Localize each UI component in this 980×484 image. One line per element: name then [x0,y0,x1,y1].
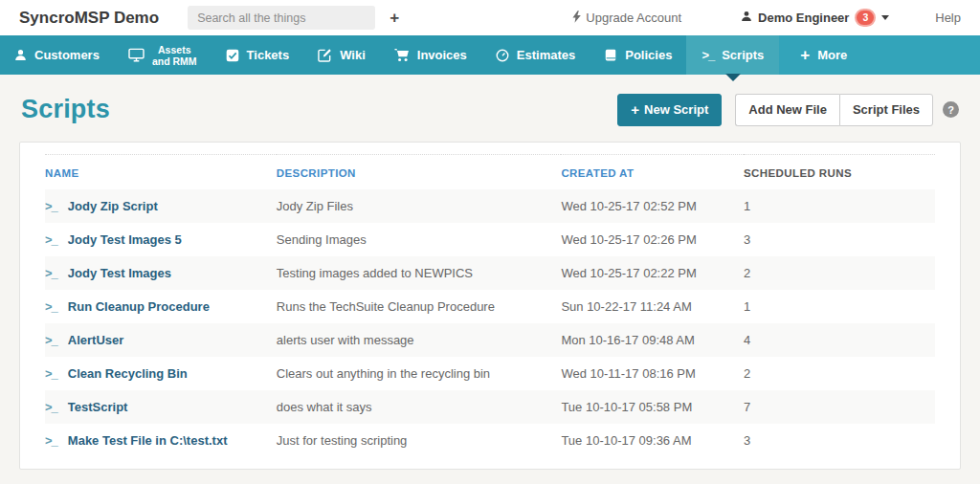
script-name-link[interactable]: TestScript [68,400,128,414]
nav-item-estimates[interactable]: Estimates [481,35,590,75]
script-name-link[interactable]: Run Cleanup Procedure [68,299,210,314]
table-header-row: NAME DESCRIPTION CREATED AT SCHEDULED RU… [45,154,935,189]
upgrade-account-link[interactable]: Upgrade Account [572,11,681,26]
script-name-link[interactable]: Jody Test Images [68,266,171,280]
script-created-at: Wed 10-25-17 02:52 PM [561,189,744,223]
script-table-body: >_ Jody Zip Script Jody Zip Files Wed 10… [45,189,935,457]
quick-add-button[interactable]: + [390,10,399,26]
table-row: >_ Run Cleanup Procedure Runs the TechSu… [45,290,935,323]
nav-item-assets-rmm[interactable]: Assets and RMM [114,35,212,75]
script-scheduled-runs: 3 [744,424,935,457]
user-menu[interactable]: Demo Engineer 3 [741,9,889,27]
user-icon [741,11,752,25]
terminal-icon: >_ [45,232,57,247]
column-header-name[interactable]: NAME [45,154,277,189]
upgrade-account-label: Upgrade Account [586,11,681,25]
help-icon[interactable]: ? [943,101,959,118]
nav-label: Wiki [340,48,366,62]
nav-label: Assets and RMM [152,44,197,67]
terminal-icon: >_ [45,266,57,280]
heading-actions: + New Script Add New File Script Files ? [617,94,959,126]
script-scheduled-runs: 2 [744,357,935,390]
nav-item-wiki[interactable]: Wiki [303,35,380,75]
script-name-link[interactable]: AlertUser [68,333,124,347]
nav-item-customers[interactable]: Customers [0,35,114,75]
script-created-at: Tue 10-10-17 09:36 AM [561,424,744,457]
script-name-link[interactable]: Clean Recycling Bin [68,366,188,381]
terminal-icon: >_ [45,433,57,448]
person-icon [14,49,27,61]
table-row: >_ Make Test File in C:\test.txt Just fo… [45,424,935,457]
main-nav: Customers Assets and RMM Tickets Wiki In… [0,35,980,75]
script-created-at: Wed 10-11-17 08:16 PM [561,357,744,390]
checkbox-icon [226,49,239,62]
nav-label: Scripts [722,48,764,62]
new-script-button[interactable]: + New Script [617,94,722,126]
script-scheduled-runs: 2 [744,256,935,290]
file-button-group: Add New File Script Files [735,94,933,126]
script-description: Clears out anything in the recycling bin [277,357,562,390]
nav-label: Customers [34,48,100,62]
terminal-icon: >_ [45,299,57,314]
nav-more-section: + More [779,35,980,75]
table-row: >_ AlertUser alerts user with message Mo… [45,323,935,357]
script-description: Sending Images [277,223,562,256]
active-tab-pointer [725,74,741,81]
topbar: SyncroMSP Demo + Upgrade Account Demo En… [0,0,980,35]
cart-icon [394,48,410,62]
page-heading: Scripts + New Script Add New File Script… [0,75,980,142]
nav-item-invoices[interactable]: Invoices [380,35,481,75]
script-created-at: Wed 10-25-17 02:22 PM [561,256,744,290]
script-created-at: Mon 10-16-17 09:48 AM [561,323,744,357]
nav-item-scripts[interactable]: >_ Scripts [686,35,779,75]
script-name-link[interactable]: Jody Test Images 5 [68,232,182,247]
plus-icon: + [631,102,639,117]
scripts-card: NAME DESCRIPTION CREATED AT SCHEDULED RU… [19,142,961,470]
user-name-label: Demo Engineer [758,11,849,25]
nav-label: Policies [625,48,672,62]
script-description: Runs the TechSuite Cleanup Procedure [277,290,562,323]
terminal-icon: >_ [45,199,57,213]
script-name-link[interactable]: Jody Zip Script [68,199,158,213]
column-header-created-at[interactable]: CREATED AT [561,154,744,189]
script-created-at: Sun 10-22-17 11:24 AM [561,290,744,323]
table-row: >_ Jody Zip Script Jody Zip Files Wed 10… [45,189,935,223]
search-input[interactable] [188,6,375,30]
script-scheduled-runs: 4 [744,323,935,357]
plus-icon: + [800,47,810,63]
nav-item-policies[interactable]: Policies [590,35,686,75]
chevron-down-icon [881,15,889,20]
column-header-description[interactable]: DESCRIPTION [277,154,562,189]
script-created-at: Wed 10-25-17 02:26 PM [561,223,744,256]
help-link[interactable]: Help [935,11,961,25]
script-scheduled-runs: 1 [744,290,935,323]
nav-item-tickets[interactable]: Tickets [212,35,304,75]
add-new-file-button[interactable]: Add New File [735,94,839,126]
script-scheduled-runs: 7 [744,390,935,424]
table-row: >_ Jody Test Images 5 Sending Images Wed… [45,223,935,256]
script-description: Testing images added to NEWPICS [277,256,562,290]
script-scheduled-runs: 1 [744,189,935,223]
terminal-icon: >_ [702,48,714,62]
script-created-at: Tue 10-10-17 05:58 PM [561,390,744,424]
nav-label: Invoices [417,48,467,62]
terminal-icon: >_ [45,366,57,381]
notification-badge: 3 [855,9,876,27]
monitor-icon [128,48,145,62]
brand-logo[interactable]: SyncroMSP Demo [19,9,159,28]
table-row: >_ Clean Recycling Bin Clears out anythi… [45,357,935,390]
script-files-button[interactable]: Script Files [839,94,933,126]
page-title: Scripts [21,95,110,124]
script-description: alerts user with message [277,323,562,357]
script-name-link[interactable]: Make Test File in C:\test.txt [68,433,228,448]
new-script-label: New Script [644,102,708,118]
terminal-icon: >_ [45,400,57,414]
table-row: >_ Jody Test Images Testing images added… [45,256,935,290]
nav-label: Tickets [247,48,290,62]
nav-item-more[interactable]: + More [779,47,868,63]
edit-icon [318,48,332,62]
script-description: Just for testing scripting [277,424,562,457]
nav-label: More [817,48,847,62]
script-description: does what it says [277,390,562,424]
lightning-icon [572,11,581,26]
